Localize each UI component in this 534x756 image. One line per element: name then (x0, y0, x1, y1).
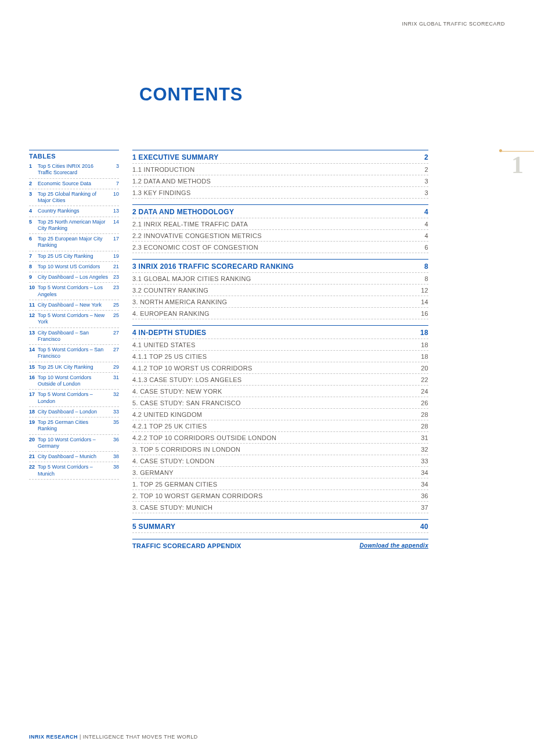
toc-page: 37 (421, 504, 428, 511)
toc-row[interactable]: 4.1 UNITED STATES18 (132, 339, 428, 351)
toc-page: 33 (421, 458, 428, 465)
tables-row[interactable]: 21City Dashboard – Munich38 (29, 452, 119, 462)
toc-row[interactable]: 3.2 COUNTRY RANKING12 (132, 285, 428, 296)
table-page: 35 (109, 419, 119, 433)
table-title: Top 10 Worst Corridors – Germany (38, 437, 109, 450)
toc-label: 1.1 INTRODUCTION (132, 166, 194, 173)
toc-row[interactable]: 3. CASE STUDY: MUNICH37 (132, 502, 428, 513)
tables-heading: TABLES (29, 150, 119, 161)
toc-row[interactable]: 4.2.2 TOP 10 CORRIDORS OUTSIDE LONDON31 (132, 432, 428, 444)
tables-row[interactable]: 9City Dashboard – Los Angeles23 (29, 272, 119, 283)
toc-label: 4.1 UNITED STATES (132, 341, 196, 348)
tables-row[interactable]: 14Top 5 Worst Corridors – San Francisco2… (29, 345, 119, 362)
tables-row[interactable]: 18City Dashboard – London33 (29, 407, 119, 417)
footer: INRIX RESEARCH | INTELLIGENCE THAT MOVES… (29, 734, 198, 740)
table-page: 23 (109, 285, 119, 298)
tables-row[interactable]: 16Top 10 Worst Corridors Outside of Lond… (29, 373, 119, 390)
tables-row[interactable]: 3Top 25 Global Ranking of Major Cities10 (29, 189, 119, 207)
toc-section-head[interactable]: 1 EXECUTIVE SUMMARY2 (132, 150, 428, 164)
toc-section-head[interactable]: 3 INRIX 2016 TRAFFIC SCORECARD RANKING8 (132, 259, 428, 273)
toc-row[interactable]: 2. TOP 10 WORST GERMAN CORRIDORS36 (132, 490, 428, 502)
tables-row[interactable]: 12Top 5 Worst Corridors – New York25 (29, 311, 119, 328)
toc-row[interactable]: 4.2.1 TOP 25 UK CITIES28 (132, 420, 428, 432)
toc-page: 34 (421, 481, 428, 488)
table-page: 36 (109, 437, 119, 450)
table-title: Economic Source Data (38, 181, 109, 187)
toc-label: 2. TOP 10 WORST GERMAN CORRIDORS (132, 492, 263, 499)
toc-row[interactable]: 4.1.1 TOP 25 US CITIES18 (132, 351, 428, 362)
toc-row[interactable]: 1.2 DATA AND METHODS3 (132, 175, 428, 187)
toc-row[interactable]: 4.1.2 TOP 10 WORST US CORRIDORS20 (132, 362, 428, 374)
table-title: Top 25 North American Major City Ranking (38, 219, 109, 232)
tables-row[interactable]: 1Top 5 Cities INRIX 2016 Traffic Scoreca… (29, 161, 119, 179)
table-title: Top 5 Worst Corridors – Los Angeles (38, 285, 109, 298)
table-number: 21 (29, 453, 38, 460)
table-title: Top 5 Worst Corridors – New York (38, 312, 109, 326)
toc-section-head[interactable]: 2 DATA AND METHODOLOGY4 (132, 204, 428, 218)
tables-row[interactable]: 2Economic Source Data7 (29, 179, 119, 189)
tables-row[interactable]: 15Top 25 UK City Ranking29 (29, 362, 119, 373)
toc-page: 20 (421, 365, 428, 372)
tables-row[interactable]: 5Top 25 North American Major City Rankin… (29, 217, 119, 235)
toc-label: 4. CASE STUDY: LONDON (132, 458, 214, 465)
toc-page: 36 (421, 492, 428, 499)
table-number: 9 (29, 274, 38, 280)
toc-row[interactable]: 4. EUROPEAN RANKING16 (132, 308, 428, 319)
toc-label: 4 IN-DEPTH STUDIES (132, 329, 206, 337)
table-title: Top 5 Worst Corridors – Munich (38, 464, 109, 477)
table-page: 33 (109, 409, 119, 415)
tables-row[interactable]: 17Top 5 Worst Corridors – London32 (29, 390, 119, 407)
toc-row[interactable]: 1.1 INTRODUCTION2 (132, 164, 428, 175)
toc-row[interactable]: 3. NORTH AMERICA RANKING14 (132, 296, 428, 308)
table-page: 21 (109, 264, 119, 270)
toc-section-head[interactable]: TRAFFIC SCORECARD APPENDIXDownload the a… (132, 539, 428, 551)
toc-page: 4 (425, 232, 428, 239)
toc-section-head[interactable]: 4 IN-DEPTH STUDIES18 (132, 325, 428, 339)
toc-label: 5. CASE STUDY: SAN FRANCISCO (132, 399, 241, 406)
table-number: 12 (29, 312, 38, 326)
toc-row[interactable]: 4. CASE STUDY: NEW YORK24 (132, 386, 428, 397)
toc-row[interactable]: 4.1.3 CASE STUDY: LOS ANGELES22 (132, 374, 428, 386)
toc-label: 2.1 INRIX REAL-TIME TRAFFIC DATA (132, 221, 248, 228)
tables-row[interactable]: 22Top 5 Worst Corridors – Munich38 (29, 462, 119, 480)
toc-page: 18 (420, 329, 428, 337)
toc-row[interactable]: 3. TOP 5 CORRIDORS IN LONDON32 (132, 444, 428, 455)
toc-row[interactable]: 4.2 UNITED KINGDOM28 (132, 409, 428, 420)
toc-row[interactable]: 1.3 KEY FINDINGS3 (132, 187, 428, 199)
toc-row[interactable]: 4. CASE STUDY: LONDON33 (132, 455, 428, 467)
tables-row[interactable]: 10Top 5 Worst Corridors – Los Angeles23 (29, 283, 119, 300)
table-title: Top 25 German Cities Ranking (38, 419, 109, 433)
toc-label: 4.1.2 TOP 10 WORST US CORRIDORS (132, 365, 252, 372)
toc-page: 12 (421, 287, 428, 294)
toc-page: 8 (424, 262, 428, 271)
toc-row[interactable]: 3. GERMANY34 (132, 467, 428, 478)
tables-row[interactable]: 13City Dashboard – San Francisco27 (29, 328, 119, 345)
tables-row[interactable]: 4Country Rankings13 (29, 206, 119, 217)
toc-page[interactable]: Download the appendix (359, 542, 428, 549)
toc-row[interactable]: 5. CASE STUDY: SAN FRANCISCO26 (132, 397, 428, 409)
toc-page: 24 (421, 388, 428, 395)
toc-page: 28 (421, 411, 428, 418)
tables-row[interactable]: 6Top 25 European Major City Ranking17 (29, 234, 119, 251)
table-number: 3 (29, 191, 38, 204)
table-page: 31 (109, 375, 119, 388)
page-number-dot (499, 149, 502, 152)
table-page: 17 (109, 236, 119, 249)
toc-row[interactable]: 3.1 GLOBAL MAJOR CITIES RANKING8 (132, 273, 428, 285)
tables-row[interactable]: 11City Dashboard – New York25 (29, 300, 119, 311)
tables-row[interactable]: 7Top 25 US City Ranking19 (29, 251, 119, 262)
toc-row[interactable]: 2.2 INNOVATIVE CONGESTION METRICS4 (132, 230, 428, 242)
tables-row[interactable]: 20Top 10 Worst Corridors – Germany36 (29, 435, 119, 452)
toc-row[interactable]: 1. TOP 25 GERMAN CITIES34 (132, 478, 428, 490)
table-number: 4 (29, 208, 38, 214)
tables-row[interactable]: 8Top 10 Worst US Corridors21 (29, 262, 119, 272)
toc-row[interactable]: 2.1 INRIX REAL-TIME TRAFFIC DATA4 (132, 218, 428, 230)
toc-page: 4 (424, 208, 428, 216)
toc-page: 18 (421, 353, 428, 360)
table-title: City Dashboard – Munich (38, 453, 109, 460)
toc-label: 2.3 ECONOMIC COST OF CONGESTION (132, 244, 258, 251)
tables-row[interactable]: 19Top 25 German Cities Ranking35 (29, 417, 119, 435)
toc-label: 3.2 COUNTRY RANKING (132, 287, 208, 294)
toc-row[interactable]: 2.3 ECONOMIC COST OF CONGESTION6 (132, 242, 428, 253)
toc-section-head[interactable]: 5 SUMMARY40 (132, 519, 428, 533)
